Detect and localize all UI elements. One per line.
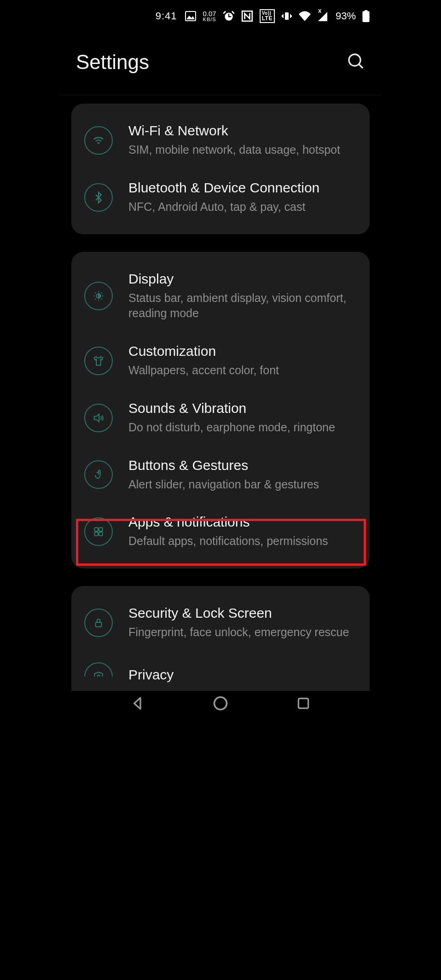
svg-rect-4 (362, 11, 369, 22)
item-title: Buttons & Gestures (128, 458, 357, 473)
item-title: Customization (128, 343, 357, 359)
svg-point-14 (98, 675, 99, 677)
svg-rect-13 (96, 622, 102, 627)
svg-rect-5 (365, 10, 368, 12)
nav-recent-button[interactable] (292, 692, 314, 714)
settings-item-apps-notifications[interactable]: Apps & notifications Default apps, notif… (71, 503, 370, 560)
svg-point-15 (215, 697, 227, 710)
settings-item-display[interactable]: Display Status bar, ambient display, vis… (71, 260, 370, 333)
settings-item-security[interactable]: Security & Lock Screen Fingerprint, face… (71, 594, 370, 651)
gesture-icon (84, 460, 113, 489)
settings-card-device: Display Status bar, ambient display, vis… (71, 252, 370, 569)
signal-icon: X (317, 11, 328, 21)
bluetooth-icon (84, 183, 113, 212)
item-subtitle: Wallpapers, accent color, font (128, 363, 357, 378)
settings-item-sounds[interactable]: Sounds & Vibration Do not disturb, earph… (71, 389, 370, 447)
settings-card-network: Wi-Fi & Network SIM, mobile network, dat… (71, 104, 370, 234)
item-subtitle: Alert slider, navigation bar & gestures (128, 477, 357, 493)
item-title: Apps & notifications (128, 514, 357, 530)
item-subtitle: Fingerprint, face unlock, emergency resc… (128, 625, 357, 640)
wifi-icon (84, 126, 113, 155)
lock-icon (84, 609, 113, 637)
settings-item-buttons-gestures[interactable]: Buttons & Gestures Alert slider, navigat… (71, 447, 370, 504)
item-title: Privacy (128, 667, 357, 683)
item-title: Display (128, 271, 357, 287)
item-subtitle: SIM, mobile network, data usage, hotspot (128, 142, 357, 158)
svg-rect-10 (99, 528, 103, 531)
tshirt-icon (84, 347, 113, 375)
settings-item-bluetooth[interactable]: Bluetooth & Device Connection NFC, Andro… (71, 169, 370, 226)
svg-rect-16 (298, 698, 308, 708)
item-title: Wi-Fi & Network (128, 123, 357, 139)
search-button[interactable] (347, 52, 365, 72)
item-title: Security & Lock Screen (128, 605, 357, 621)
svg-rect-9 (94, 528, 98, 531)
item-subtitle: Do not disturb, earphone mode, ringtone (128, 420, 357, 435)
alarm-icon (223, 10, 235, 22)
sound-icon (84, 404, 113, 432)
item-subtitle: Default apps, notifications, permissions (128, 533, 357, 549)
item-subtitle: NFC, Android Auto, tap & pay, cast (128, 199, 357, 215)
apps-icon (84, 517, 113, 546)
svg-rect-3 (285, 12, 289, 20)
nav-home-button[interactable] (209, 692, 232, 714)
data-rate: 0.07 KB/S (203, 10, 216, 22)
item-subtitle: Status bar, ambient display, vision comf… (128, 290, 357, 322)
wifi-status-icon (299, 11, 311, 21)
nav-back-button[interactable] (127, 692, 149, 714)
navigation-bar (59, 685, 382, 722)
settings-item-wifi-network[interactable]: Wi-Fi & Network SIM, mobile network, dat… (71, 112, 370, 169)
svg-line-7 (359, 64, 363, 68)
item-title: Bluetooth & Device Connection (128, 180, 357, 196)
nfc-icon (241, 10, 253, 22)
volte-icon: Vo)) LTE (260, 9, 275, 23)
vibrate-icon (281, 11, 292, 22)
status-bar: 9:41 0.07 KB/S Vo)) LTE X 93% (59, 0, 382, 32)
settings-content: Wi-Fi & Network SIM, mobile network, dat… (59, 95, 382, 691)
page-title: Settings (76, 51, 149, 74)
battery-icon (362, 10, 370, 22)
svg-rect-12 (99, 532, 103, 536)
settings-card-security: Security & Lock Screen Fingerprint, face… (71, 586, 370, 691)
item-title: Sounds & Vibration (128, 400, 357, 416)
settings-header: Settings (59, 32, 382, 95)
svg-rect-11 (94, 532, 98, 536)
battery-percent: 93% (336, 10, 356, 22)
settings-item-customization[interactable]: Customization Wallpapers, accent color, … (71, 332, 370, 389)
picture-icon (185, 11, 196, 21)
status-time: 9:41 (156, 10, 177, 22)
brightness-icon (84, 282, 113, 310)
svg-point-6 (349, 54, 360, 66)
